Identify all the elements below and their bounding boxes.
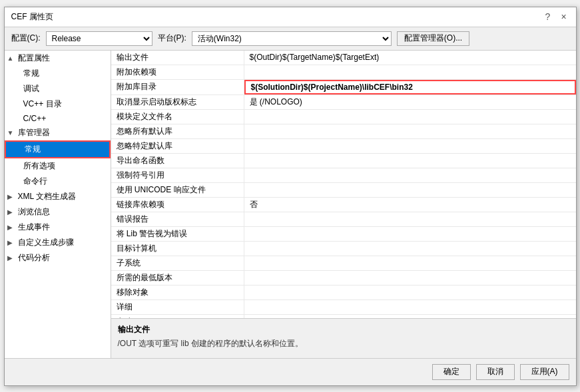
sidebar-xml-doc-header[interactable]: ▶ XML 文档生成器 (5, 189, 111, 204)
properties-table: 输出文件$(OutDir)$(TargetName)$(TargetExt)附加… (111, 51, 576, 318)
code-expand-icon: ▶ (7, 254, 18, 262)
prop-name-cell: 忽略所有默认库 (111, 124, 244, 138)
prop-value-cell (244, 276, 576, 279)
sidebar-item-lib-all[interactable]: 所有选项 (5, 158, 111, 174)
table-row[interactable]: 附加库目录$(SolutionDir)$(ProjectName)\libCEF… (111, 80, 576, 95)
root-expand-icon: ▲ (7, 55, 18, 62)
table-row[interactable]: 模块定义文件名 (111, 110, 576, 124)
prop-value-cell (244, 159, 576, 162)
lib-expand-icon: ▼ (7, 129, 18, 136)
config-select[interactable]: Release (46, 31, 152, 46)
prop-name-cell: 强制符号引用 (111, 168, 244, 182)
sidebar-custom-build-label: 自定义生成步骤 (18, 237, 74, 248)
prop-name-cell: 错误报告 (111, 212, 244, 226)
prop-name-cell: 附加依赖项 (111, 65, 244, 79)
table-row[interactable]: 子系统 (111, 256, 576, 271)
prop-name-cell: 使用 UNICODE 响应文件 (111, 183, 244, 197)
prop-name-cell: 子系统 (111, 256, 244, 270)
prop-name-cell: 导出命名函数 (111, 154, 244, 168)
table-row[interactable]: 输出文件$(OutDir)$(TargetName)$(TargetExt) (111, 51, 576, 65)
table-row[interactable]: 所需的最低版本 (111, 271, 576, 286)
ok-button[interactable]: 确定 (432, 364, 471, 380)
table-row[interactable]: 链接库依赖项否 (111, 198, 576, 212)
platform-label: 平台(P): (158, 33, 186, 44)
prop-name-cell: 目标计算机 (111, 242, 244, 256)
sidebar-custom-build-header[interactable]: ▶ 自定义生成步骤 (5, 235, 111, 250)
table-row[interactable]: 目标计算机 (111, 242, 576, 256)
toolbar: 配置(C): Release 平台(P): 活动(Win32) 配置管理器(O)… (5, 27, 576, 51)
prop-value-cell: 否 (244, 198, 576, 212)
sidebar-item-lib-cmdline[interactable]: 命令行 (5, 174, 111, 189)
table-row[interactable]: 忽略特定默认库 (111, 139, 576, 154)
sidebar-item-lib-general[interactable]: 常规 (5, 140, 111, 158)
prop-name-cell: 取消显示启动版权标志 (111, 95, 244, 109)
dialog: CEF 属性页 ? × 配置(C): Release 平台(P): 活动(Win… (4, 7, 577, 386)
prop-name-cell: 附加库目录 (111, 80, 244, 94)
prop-value-cell: 是 (/NOLOGO) (244, 95, 576, 109)
prop-value-cell (244, 247, 576, 250)
prop-name-cell: 链接库依赖项 (111, 198, 244, 212)
browse-expand-icon: ▶ (7, 208, 18, 216)
prop-value-cell (244, 232, 576, 235)
prop-name-cell: 详细 (111, 300, 244, 314)
prop-value-cell (244, 291, 576, 294)
sidebar-code-analysis-header[interactable]: ▶ 代码分析 (5, 250, 111, 266)
close-button[interactable]: × (559, 11, 569, 22)
prop-name-cell: 将 Lib 警告视为错误 (111, 227, 244, 241)
prop-value-cell (244, 71, 576, 73)
sidebar-root-label: 配置属性 (18, 53, 50, 64)
prop-value-cell (244, 218, 576, 220)
sidebar-build-events-label: 生成事件 (18, 222, 50, 233)
prop-value-cell (244, 115, 576, 118)
cancel-button[interactable]: 取消 (476, 364, 515, 380)
table-row[interactable]: 详细 (111, 300, 576, 315)
sidebar-item-vc-dirs[interactable]: VC++ 目录 (5, 97, 111, 112)
prop-value-cell (244, 305, 576, 308)
custom-expand-icon: ▶ (7, 239, 18, 246)
config-label: 配置(C): (11, 33, 41, 44)
prop-name-cell: 移除对象 (111, 286, 244, 299)
prop-value-cell (244, 174, 576, 176)
main-content: ▲ 配置属性 常规 调试 VC++ 目录 C/C++ ▼ 库管理器 常规 所有选… (5, 51, 576, 358)
table-row[interactable]: 将 Lib 警告视为错误 (111, 227, 576, 242)
apply-button[interactable]: 应用(A) (520, 364, 569, 380)
prop-value-cell (244, 144, 576, 147)
sidebar-browse-info-header[interactable]: ▶ 浏览信息 (5, 204, 111, 220)
sidebar-browse-label: 浏览信息 (18, 206, 50, 218)
prop-name-cell: 忽略特定默认库 (111, 139, 244, 153)
sidebar-code-analysis-label: 代码分析 (18, 252, 50, 264)
sidebar-root-header[interactable]: ▲ 配置属性 (5, 51, 111, 66)
table-row[interactable]: 附加依赖项 (111, 65, 576, 80)
help-button[interactable]: ? (543, 11, 553, 22)
title-buttons: ? × (543, 11, 569, 22)
config-manager-button[interactable]: 配置管理器(O)... (397, 31, 469, 46)
sidebar-xml-doc-label: XML 文档生成器 (18, 191, 77, 202)
table-row[interactable]: 导出命名函数 (111, 154, 576, 168)
table-row[interactable]: 强制符号引用 (111, 168, 576, 183)
sidebar: ▲ 配置属性 常规 调试 VC++ 目录 C/C++ ▼ 库管理器 常规 所有选… (5, 51, 111, 358)
description-title: 输出文件 (118, 324, 569, 335)
table-row[interactable]: 移除对象 (111, 286, 576, 300)
prop-name-cell: 输出文件 (111, 51, 244, 65)
table-row[interactable]: 使用 UNICODE 响应文件 (111, 183, 576, 198)
sidebar-item-debug[interactable]: 调试 (5, 81, 111, 97)
prop-name-cell: 所需的最低版本 (111, 271, 244, 285)
sidebar-item-cpp[interactable]: C/C++ (5, 112, 111, 125)
prop-value-cell (244, 188, 576, 191)
prop-value-cell: $(OutDir)$(TargetName)$(TargetExt) (244, 51, 576, 63)
platform-select[interactable]: 活动(Win32) (192, 31, 392, 46)
sidebar-item-general[interactable]: 常规 (5, 66, 111, 81)
prop-value-cell (244, 262, 576, 264)
content-area: 输出文件$(OutDir)$(TargetName)$(TargetExt)附加… (111, 51, 576, 358)
sidebar-build-events-header[interactable]: ▶ 生成事件 (5, 220, 111, 235)
sidebar-root-group: ▲ 配置属性 常规 调试 VC++ 目录 C/C++ ▼ 库管理器 常规 所有选… (5, 51, 111, 266)
table-row[interactable]: 取消显示启动版权标志是 (/NOLOGO) (111, 95, 576, 110)
sidebar-lib-manager-header[interactable]: ▼ 库管理器 (5, 125, 111, 140)
description-text: /OUT 选项可重写 lib 创建的程序的默认名称和位置。 (118, 338, 569, 349)
table-row[interactable]: 错误报告 (111, 212, 576, 227)
dialog-title: CEF 属性页 (11, 11, 53, 23)
build-expand-icon: ▶ (7, 224, 18, 231)
footer: 确定 取消 应用(A) (5, 358, 576, 385)
table-row[interactable]: 忽略所有默认库 (111, 124, 576, 139)
description-panel: 输出文件 /OUT 选项可重写 lib 创建的程序的默认名称和位置。 (111, 318, 576, 358)
